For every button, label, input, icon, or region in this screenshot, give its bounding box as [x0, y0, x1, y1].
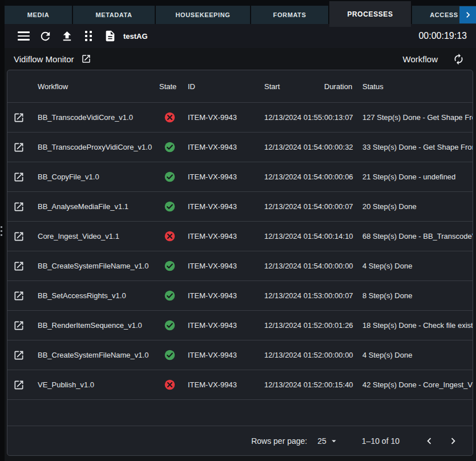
table-row[interactable]: BB_AnalyseMediaFile_v1.1 ITEM-VX-9943 12… — [7, 191, 473, 221]
tab-label: HOUSEKEEPING — [176, 11, 231, 18]
upload-icon[interactable] — [56, 27, 78, 45]
start-time: 12/13/2024 01:52: — [264, 380, 324, 389]
item-id: ITEM-VX-9943 — [188, 202, 264, 211]
table-row[interactable]: VE_Publish_v1.0 ITEM-VX-9943 12/13/2024 … — [7, 370, 473, 399]
start-time: 12/13/2024 01:53: — [264, 291, 324, 300]
start-time: 12/13/2024 01:54: — [264, 202, 324, 211]
refresh-icon[interactable] — [34, 27, 56, 45]
duration: 00:00:32 — [324, 143, 362, 151]
open-workflow-icon[interactable] — [13, 379, 25, 391]
status-text: 4 Step(s) Done — [362, 262, 473, 270]
menu-icon[interactable] — [13, 27, 34, 45]
duration: 00:15:40 — [324, 380, 362, 389]
tab-metadata[interactable]: METADATA — [73, 6, 155, 24]
pagination-bar: Rows per page: 25 1–10 of 10 — [7, 426, 473, 455]
item-id: ITEM-VX-9943 — [188, 173, 264, 181]
chevron-left-icon — [423, 435, 435, 447]
tab-label: METADATA — [95, 11, 132, 18]
open-workflow-icon[interactable] — [13, 260, 25, 272]
item-id: ITEM-VX-9943 — [188, 143, 264, 151]
status-text: 127 Step(s) Done - Get Shape From — [362, 113, 473, 122]
table-row[interactable]: BB_TranscodeVidiCore_v1.0 ITEM-VX-9943 1… — [7, 102, 473, 132]
workflow-name: BB_SetAccessRights_v1.0 — [38, 291, 159, 300]
table-row[interactable]: BB_TranscodeProxyVidiCore_v1.0 ITEM-VX-9… — [7, 132, 473, 162]
view-selector-label[interactable]: Workflow — [403, 54, 438, 64]
table-row[interactable]: BB_CreateSystemFileName_v1.0 ITEM-VX-994… — [7, 340, 473, 370]
table-header: Workflow State ID Start Duration Status — [7, 70, 473, 102]
table-row[interactable]: BB_SetAccessRights_v1.0 ITEM-VX-9943 12/… — [7, 280, 473, 310]
open-in-new-icon[interactable] — [81, 54, 91, 64]
workflow-name: VE_Publish_v1.0 — [38, 380, 159, 389]
open-workflow-icon[interactable] — [13, 350, 25, 361]
rows-per-page-label: Rows per page: — [251, 436, 307, 446]
start-time: 12/13/2024 01:54: — [264, 173, 324, 181]
state-icon — [164, 171, 176, 183]
state-icon — [164, 260, 176, 272]
start-time: 12/13/2024 01:55: — [264, 113, 324, 122]
apps-grid-icon[interactable] — [78, 27, 99, 45]
state-icon — [164, 230, 176, 242]
page-range-label: 1–10 of 10 — [362, 436, 400, 446]
document-icon[interactable] — [99, 27, 121, 45]
duration: 00:13:07 — [324, 113, 362, 122]
tab-housekeeping[interactable]: HOUSEKEEPING — [156, 6, 250, 24]
next-page-button[interactable] — [444, 432, 462, 450]
col-status: Status — [362, 82, 473, 91]
state-icon — [164, 349, 176, 361]
item-id: ITEM-VX-9943 — [188, 380, 264, 389]
left-app-strip — [0, 0, 5, 461]
sync-icon[interactable] — [453, 53, 465, 65]
table-row[interactable]: BB_RenderItemSequence_v1.0 ITEM-VX-9943 … — [7, 310, 473, 340]
state-icon — [164, 111, 176, 123]
tab-formats[interactable]: FORMATS — [251, 6, 328, 24]
status-text: 21 Step(s) Done - undefined — [362, 173, 473, 181]
workflow-name: BB_CreateSystemFileName_v1.0 — [38, 351, 159, 359]
workflow-name: BB_TranscodeProxyVidiCore_v1.0 — [38, 143, 159, 151]
table-row[interactable]: BB_CopyFile_v1.0 ITEM-VX-9943 12/13/2024… — [7, 162, 473, 191]
previous-page-button[interactable] — [420, 432, 438, 450]
caret-down-icon — [329, 436, 339, 446]
tab-bar: MEDIA METADATA HOUSEKEEPING FORMATS PROC… — [5, 0, 476, 24]
rows-per-page-select[interactable]: 25 — [317, 436, 339, 446]
item-id: ITEM-VX-9943 — [188, 113, 264, 122]
open-workflow-icon[interactable] — [13, 320, 25, 331]
chevron-right-icon — [462, 9, 474, 21]
open-workflow-icon[interactable] — [13, 201, 25, 213]
workflow-table: Workflow State ID Start Duration Status … — [7, 70, 473, 456]
status-text: 33 Step(s) Done - Get Shape From I — [362, 143, 473, 151]
col-workflow: Workflow — [38, 82, 159, 91]
status-text: 42 Step(s) Done - Core_Ingest_Vide — [362, 380, 473, 389]
item-id: ITEM-VX-9943 — [188, 291, 264, 300]
start-time: 12/13/2024 01:52: — [264, 321, 324, 330]
duration: 00:00:07 — [324, 291, 362, 300]
status-text: 8 Step(s) Done — [362, 291, 473, 300]
panel-drag-handle[interactable] — [1, 226, 2, 236]
item-id: ITEM-VX-9943 — [188, 232, 264, 240]
tab-label: MEDIA — [27, 11, 49, 18]
open-workflow-icon[interactable] — [13, 290, 25, 302]
duration: 00:00:06 — [324, 173, 362, 181]
state-icon — [164, 379, 176, 391]
open-workflow-icon[interactable] — [13, 142, 25, 153]
col-id: ID — [188, 82, 264, 91]
open-workflow-icon[interactable] — [13, 171, 25, 183]
tabs-scroll-right-button[interactable] — [459, 6, 476, 23]
workflow-name: Core_Ingest_Video_v1.1 — [38, 232, 159, 240]
start-time: 12/13/2024 01:52: — [264, 351, 324, 359]
open-workflow-icon[interactable] — [13, 112, 25, 123]
open-workflow-icon[interactable] — [13, 231, 25, 242]
table-row[interactable]: Core_Ingest_Video_v1.1 ITEM-VX-9943 12/1… — [7, 221, 473, 251]
tab-label: PROCESSES — [347, 10, 393, 18]
status-text: 4 Step(s) Done — [362, 351, 473, 359]
duration: 00:00:00 — [324, 262, 362, 270]
tab-processes[interactable]: PROCESSES — [329, 1, 411, 27]
timecode: 00:00:19:13 — [418, 31, 467, 41]
table-row[interactable]: BB_CreateSystemFileName_v1.0 ITEM-VX-994… — [7, 251, 473, 280]
workflow-name: BB_CreateSystemFileName_v1.0 — [38, 262, 159, 270]
workflow-name: BB_CopyFile_v1.0 — [38, 173, 159, 181]
col-duration: Duration — [324, 82, 362, 91]
start-time: 12/13/2024 01:54: — [264, 232, 324, 240]
start-time: 12/13/2024 01:54: — [264, 143, 324, 151]
tab-media[interactable]: MEDIA — [5, 6, 72, 24]
state-icon — [164, 141, 176, 153]
